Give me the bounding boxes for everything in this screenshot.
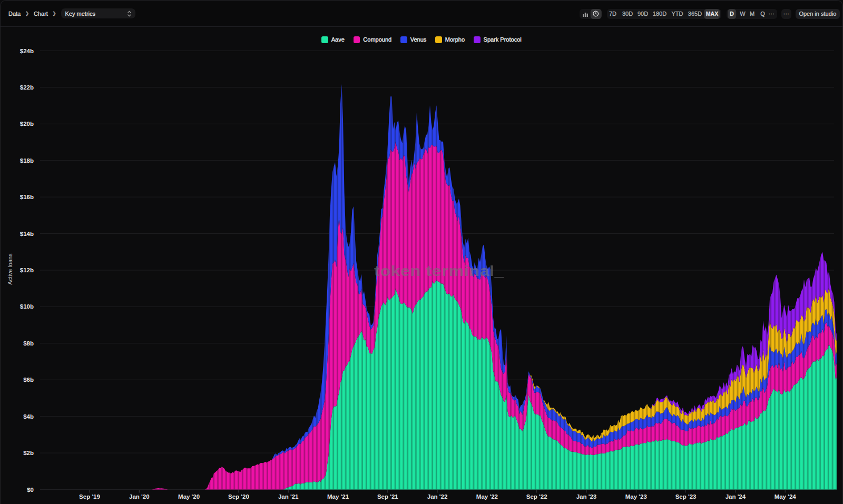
svg-text:Jan '24: Jan '24	[726, 493, 746, 500]
svg-text:Jan '20: Jan '20	[129, 493, 150, 500]
svg-text:Jan '23: Jan '23	[576, 493, 597, 500]
svg-text:Sep '22: Sep '22	[526, 493, 547, 500]
svg-text:$0: $0	[27, 487, 34, 493]
svg-text:Active loans: Active loans	[7, 253, 13, 285]
svg-text:Sep '23: Sep '23	[675, 493, 697, 500]
svg-text:Sep '21: Sep '21	[377, 493, 398, 500]
svg-text:$14b: $14b	[20, 231, 34, 237]
svg-text:$2b: $2b	[23, 450, 34, 456]
svg-text:May '24: May '24	[775, 493, 797, 500]
svg-text:$10b: $10b	[20, 303, 34, 310]
svg-text:Jan '22: Jan '22	[427, 493, 448, 500]
svg-text:$4b: $4b	[23, 413, 34, 420]
svg-text:$22b: $22b	[20, 84, 34, 91]
svg-text:Sep '20: Sep '20	[228, 493, 249, 500]
svg-text:$12b: $12b	[20, 267, 34, 273]
svg-text:token terminal_: token terminal_	[374, 263, 504, 279]
svg-text:Jan '21: Jan '21	[278, 493, 299, 500]
svg-text:May '23: May '23	[625, 493, 647, 500]
svg-text:May '21: May '21	[327, 493, 349, 500]
svg-text:$24b: $24b	[20, 48, 34, 54]
svg-text:$6b: $6b	[23, 377, 34, 383]
svg-text:Sep '19: Sep '19	[79, 493, 100, 500]
svg-text:May '20: May '20	[178, 493, 200, 500]
svg-text:May '22: May '22	[476, 493, 498, 500]
svg-text:$18b: $18b	[20, 157, 34, 164]
svg-text:$16b: $16b	[20, 194, 34, 200]
svg-text:$8b: $8b	[23, 340, 34, 347]
svg-text:$20b: $20b	[20, 121, 34, 127]
